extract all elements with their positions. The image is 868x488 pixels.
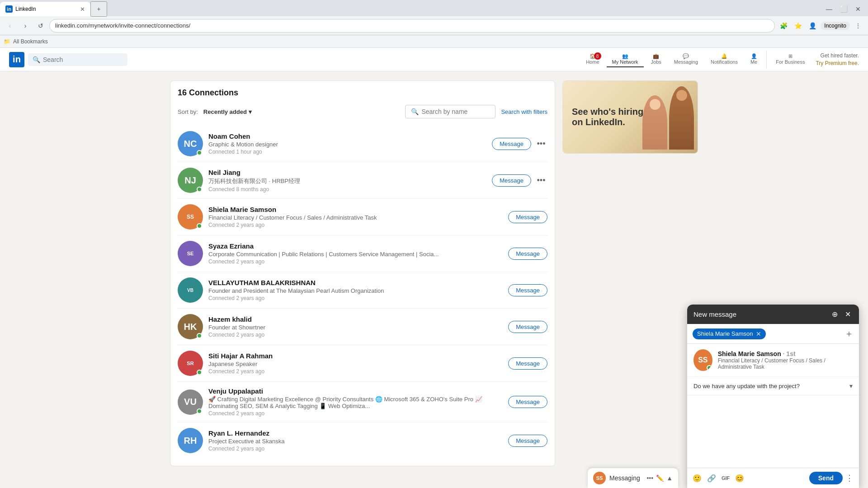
attach-link-btn[interactable]: 🔗 xyxy=(707,474,716,476)
table-row: HK Hazem khalid Founder at Showrtner Con… xyxy=(178,309,547,345)
messaging-more-btn[interactable]: ••• xyxy=(646,474,653,475)
home-label: Home xyxy=(586,59,599,65)
connection-actions: Message xyxy=(508,211,547,223)
linkedin-logo[interactable]: in xyxy=(9,52,24,67)
figure-1 xyxy=(642,95,667,150)
message-button[interactable]: Message xyxy=(492,138,531,150)
premium-link[interactable]: Try Premium free. xyxy=(816,60,859,66)
recipients-input[interactable] xyxy=(769,330,842,338)
extensions-btn[interactable]: 🧩 xyxy=(777,19,790,32)
search-name-input[interactable] xyxy=(421,108,490,115)
close-tab-btn[interactable]: ✕ xyxy=(80,6,85,13)
search-by-name-field[interactable]: 🔍 xyxy=(405,105,495,118)
connection-name[interactable]: VELLAYUTHAM BALAKRISHNAN xyxy=(208,279,503,286)
connection-time: Connected 8 months ago xyxy=(208,186,486,192)
connection-info: Siti Hajar A Rahman Japanese Speaker Con… xyxy=(208,352,503,375)
jobs-label: Jobs xyxy=(651,59,661,65)
close-btn[interactable]: ✕ xyxy=(852,3,864,15)
expand-messaging-btn[interactable]: ▲ xyxy=(666,474,673,475)
header-search-bar[interactable]: 🔍 xyxy=(28,53,127,66)
message-button[interactable]: Message xyxy=(508,284,547,296)
connection-time: Connected 2 years ago xyxy=(208,410,503,417)
notifications-label: Notifications xyxy=(711,59,738,65)
table-row: VU Venju Uppalapati 🚀 Crafting Digital M… xyxy=(178,382,547,422)
forward-btn[interactable]: › xyxy=(19,19,32,32)
connection-name[interactable]: Siti Hajar A Rahman xyxy=(208,352,503,360)
connection-name[interactable]: Hazem khalid xyxy=(208,315,503,323)
send-button[interactable]: Send xyxy=(809,472,843,475)
message-button[interactable]: Message xyxy=(508,211,547,223)
modal-recipients: Shiela Marie Samson ✕ ＋ xyxy=(687,324,859,344)
more-send-options-btn[interactable]: ⋮ xyxy=(845,473,854,475)
message-preview[interactable]: Do we have any update with the project? … xyxy=(687,377,859,395)
minimize-modal-btn[interactable]: ⊕ xyxy=(830,309,840,319)
notifications-icon: 🔔 xyxy=(721,53,727,59)
nav-home[interactable]: 🏠 Home 8 xyxy=(580,52,604,67)
refresh-btn[interactable]: ↺ xyxy=(34,19,47,32)
gif-btn[interactable]: GIF xyxy=(722,474,730,476)
tab-title: LinkedIn xyxy=(15,6,36,12)
active-tab[interactable]: in LinkedIn ✕ xyxy=(0,2,90,16)
suggested-contact[interactable]: SS Shiela Marie Samson · 1st Financial L… xyxy=(687,344,859,377)
messaging-bar-label: Messaging xyxy=(609,474,640,475)
recipient-chip: Shiela Marie Samson ✕ xyxy=(693,328,766,339)
bookmarks-bar: 📁 All Bookmarks xyxy=(0,35,868,48)
back-btn[interactable]: ‹ xyxy=(4,19,16,32)
maximize-btn[interactable]: ⬜ xyxy=(837,3,850,15)
minimize-btn[interactable]: — xyxy=(823,3,835,15)
close-modal-btn[interactable]: ✕ xyxy=(843,309,853,319)
avatar: SE xyxy=(178,241,203,266)
connection-actions: Message xyxy=(508,357,547,370)
premium-promo: Get hired faster. Try Premium free. xyxy=(816,52,859,67)
nav-me[interactable]: 👤 Me xyxy=(745,52,763,67)
connection-time: Connected 2 years ago xyxy=(208,222,503,228)
add-recipient-btn[interactable]: ＋ xyxy=(844,328,854,340)
online-indicator xyxy=(197,223,202,229)
all-bookmarks-label[interactable]: All Bookmarks xyxy=(13,38,48,45)
message-button[interactable]: Message xyxy=(508,396,547,408)
chevron-down-icon: ▾ xyxy=(849,382,853,389)
suggested-degree: · 1st xyxy=(783,350,796,357)
nav-jobs[interactable]: 💼 Jobs xyxy=(646,52,667,67)
search-with-filters-btn[interactable]: Search with filters xyxy=(501,108,547,115)
connection-name[interactable]: Shiela Marie Samson xyxy=(208,206,503,213)
new-tab-btn[interactable]: ＋ xyxy=(90,1,107,17)
compose-message-btn[interactable]: ✏️ xyxy=(656,474,664,475)
sort-dropdown[interactable]: Recently added ▾ xyxy=(203,108,252,115)
header-search-input[interactable] xyxy=(43,56,123,63)
connection-name[interactable]: Neil Jiang xyxy=(208,169,486,176)
connection-name[interactable]: Noam Cohen xyxy=(208,132,486,140)
connection-name[interactable]: Syaza Ezriana xyxy=(208,242,503,250)
connection-actions: Message xyxy=(508,396,547,408)
profile-btn[interactable]: 👤 xyxy=(806,19,819,32)
connection-actions: Message xyxy=(508,248,547,260)
bookmark-btn[interactable]: ⭐ xyxy=(792,19,804,32)
connection-time: Connected 2 years ago xyxy=(208,446,503,452)
nav-notifications[interactable]: 🔔 Notifications xyxy=(705,52,743,67)
connection-name[interactable]: Venju Uppalapati xyxy=(208,387,503,395)
menu-btn[interactable]: ⋮ xyxy=(852,19,864,32)
address-bar[interactable] xyxy=(50,19,774,32)
network-icon: 👥 xyxy=(622,53,628,59)
nav-my-network[interactable]: 👥 My Network xyxy=(607,52,644,67)
nav-for-business[interactable]: ⊞ For Business xyxy=(770,52,810,67)
more-options-btn[interactable]: ••• xyxy=(535,137,547,150)
connection-title: Project Executive at Skanska xyxy=(208,438,503,445)
emoji-btn[interactable]: 🙂 xyxy=(693,474,702,476)
chevron-down-icon: ▾ xyxy=(249,108,252,115)
message-button[interactable]: Message xyxy=(508,248,547,260)
emoji2-btn[interactable]: 😊 xyxy=(735,474,744,476)
connection-name[interactable]: Ryan L. Hernandez xyxy=(208,429,503,437)
online-indicator xyxy=(197,150,202,155)
nav-messaging[interactable]: 💬 Messaging xyxy=(669,52,703,67)
message-button[interactable]: Message xyxy=(492,174,531,187)
messaging-bar-content: SS Messaging xyxy=(593,472,640,475)
message-button[interactable]: Message xyxy=(508,321,547,333)
avatar-wrapper: RH xyxy=(178,428,203,453)
more-options-btn[interactable]: ••• xyxy=(535,174,547,187)
messaging-bar[interactable]: SS Messaging ••• ✏️ ▲ xyxy=(588,468,678,475)
message-button[interactable]: Message xyxy=(508,435,547,447)
remove-recipient-btn[interactable]: ✕ xyxy=(756,330,761,338)
connection-info: Ryan L. Hernandez Project Executive at S… xyxy=(208,429,503,452)
message-button[interactable]: Message xyxy=(508,357,547,370)
